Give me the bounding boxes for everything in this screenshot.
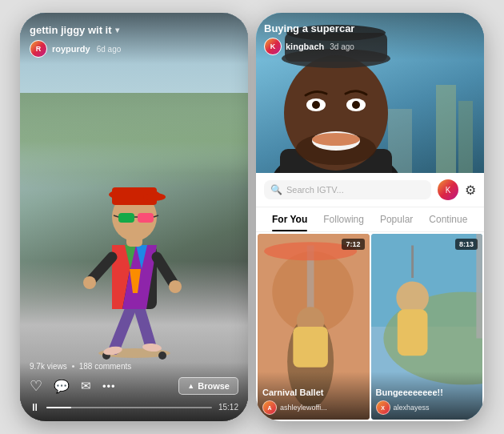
- grid-title-2: Bungeeeeeeee!!: [376, 388, 478, 397]
- grid-item-1[interactable]: 7:12 Carnival Ballet A ashleylewoffi...: [258, 234, 370, 420]
- svg-point-38: [312, 101, 320, 109]
- svg-point-36: [312, 133, 360, 146]
- search-input-container[interactable]: 🔍 Search IGTV...: [264, 180, 431, 199]
- video-user-row: R roypurdy 6d ago: [30, 40, 238, 58]
- duration-badge-2: 8:13: [455, 239, 478, 250]
- grid-item-2-label: Bungeeeeeeee!! X alexhayess: [371, 372, 483, 420]
- chevron-down-icon: ▾: [115, 26, 119, 34]
- svg-rect-50: [293, 327, 328, 368]
- svg-point-2: [158, 352, 166, 360]
- svg-line-3: [114, 309, 130, 349]
- progress-track[interactable]: [46, 407, 212, 408]
- chevron-up-icon: ▲: [187, 382, 194, 390]
- svg-rect-54: [476, 234, 482, 339]
- tab-for-you[interactable]: For You: [264, 207, 315, 231]
- time-ago-label: 6d ago: [97, 45, 122, 54]
- pause-button[interactable]: ⏸: [30, 401, 40, 413]
- svg-line-4: [138, 305, 150, 345]
- svg-point-40: [352, 101, 360, 109]
- svg-rect-27: [436, 85, 456, 173]
- browse-label: Browse: [198, 381, 230, 391]
- separator: [72, 365, 74, 368]
- left-phone: gettin jiggy wit it ▾ R roypurdy 6d ago …: [20, 13, 248, 421]
- igtv-video-title: Buying a supercar: [264, 22, 476, 34]
- svg-rect-23: [138, 213, 154, 223]
- igtv-avatar[interactable]: K: [264, 38, 282, 55]
- grid-user-2: X alexhayess: [376, 400, 478, 415]
- svg-point-55: [396, 281, 429, 314]
- svg-rect-56: [397, 309, 427, 356]
- grid-item-1-label: Carnival Ballet A ashleylewoffi...: [258, 372, 370, 420]
- svg-point-16: [169, 280, 182, 293]
- username-label: roypurdy: [52, 44, 90, 54]
- search-icon: 🔍: [270, 184, 282, 195]
- comments-count: 188 comments: [79, 362, 132, 371]
- skater-figure: [78, 141, 190, 365]
- like-icon[interactable]: ♡: [30, 377, 42, 395]
- duration-badge-1: 7:12: [342, 239, 364, 250]
- grid-item-2[interactable]: 8:13 Bungeeeeeeee!! X alexhayess: [371, 234, 483, 420]
- video-title-row: gettin jiggy wit it ▾: [30, 24, 238, 36]
- video-title-text: gettin jiggy wit it: [30, 24, 112, 36]
- views-count: 9.7k views: [30, 362, 67, 371]
- gear-icon[interactable]: ⚙: [465, 183, 476, 198]
- tab-following[interactable]: Following: [315, 207, 372, 231]
- igtv-username: kingbach: [286, 42, 324, 51]
- igtv-top-overlay: Buying a supercar K kingbach 3d ago: [256, 13, 484, 60]
- header-icons: K ⚙: [438, 179, 476, 200]
- svg-line-14: [157, 257, 174, 285]
- progress-bar-row: ⏸ 15:12: [30, 401, 238, 413]
- video-background: gettin jiggy wit it ▾ R roypurdy 6d ago …: [20, 13, 248, 421]
- svg-point-21: [143, 193, 166, 201]
- action-icons: ♡ 💬 ✉ •••: [30, 377, 116, 395]
- svg-point-15: [83, 276, 96, 289]
- tab-popular[interactable]: Popular: [372, 207, 421, 231]
- tab-continue[interactable]: Continue: [421, 207, 475, 231]
- svg-rect-28: [458, 101, 473, 173]
- browse-button[interactable]: ▲ Browse: [178, 377, 238, 395]
- duration-label: 15:12: [218, 403, 238, 412]
- video-top-overlay: gettin jiggy wit it ▾ R roypurdy 6d ago: [20, 13, 248, 64]
- tabs-row: For You Following Popular Continue: [256, 207, 484, 232]
- grid-username-1: ashleylewoffi...: [280, 404, 327, 412]
- avatar[interactable]: R: [30, 40, 47, 58]
- search-placeholder: Search IGTV...: [286, 185, 344, 195]
- grid-username-2: alexhayess: [394, 404, 430, 412]
- grid-title-1: Carnival Ballet: [262, 388, 365, 397]
- progress-fill: [46, 407, 71, 408]
- grid-user-1: A ashleylewoffi...: [262, 400, 365, 415]
- phones-container: gettin jiggy wit it ▾ R roypurdy 6d ago …: [20, 13, 484, 421]
- video-bottom-overlay: 9.7k views 188 comments ♡ 💬 ✉ ••• ▲ Brow…: [20, 362, 248, 421]
- grid-avatar-2: X: [376, 400, 390, 415]
- comment-icon[interactable]: 💬: [54, 379, 70, 394]
- grid-avatar-1: A: [262, 400, 277, 415]
- share-icon[interactable]: ✉: [81, 379, 91, 393]
- igtv-user-row: K kingbach 3d ago: [264, 38, 476, 55]
- svg-rect-22: [118, 213, 134, 223]
- igtv-search-bar: 🔍 Search IGTV... K ⚙: [256, 173, 484, 207]
- svg-line-13: [90, 257, 112, 281]
- video-stats: 9.7k views 188 comments: [30, 362, 238, 371]
- more-icon[interactable]: •••: [102, 380, 116, 392]
- video-controls-row: ♡ 💬 ✉ ••• ▲ Browse: [30, 377, 238, 395]
- video-grid: 7:12 Carnival Ballet A ashleylewoffi...: [256, 232, 484, 421]
- header-avatar[interactable]: K: [438, 179, 458, 200]
- igtv-time-ago: 3d ago: [330, 42, 354, 51]
- right-phone: Buying a supercar K kingbach 3d ago 🔍 Se…: [256, 13, 484, 421]
- igtv-top-video: Buying a supercar K kingbach 3d ago: [256, 13, 484, 173]
